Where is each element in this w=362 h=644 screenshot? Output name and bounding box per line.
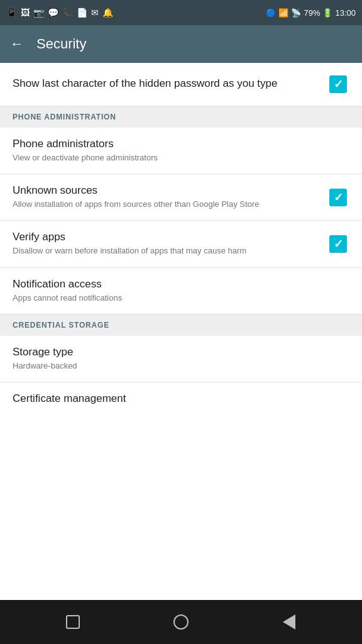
phone-administration-header: PHONE ADMINISTRATION — [0, 106, 362, 128]
unknown-sources-text: Unknown sources Allow installation of ap… — [13, 184, 327, 210]
phone-icon: 📞 — [62, 8, 73, 18]
storage-type-subtitle: Hardware-backed — [13, 360, 343, 372]
verify-apps-title: Verify apps — [13, 231, 321, 243]
app-bar: ← Security — [0, 25, 362, 63]
circle-icon — [173, 614, 189, 630]
files-icon: 📄 — [77, 8, 87, 18]
signal-icon: 📡 — [291, 8, 301, 18]
verify-apps-checkbox-container[interactable]: ✓ — [327, 233, 349, 255]
show-password-item[interactable]: Show last character of the hidden passwo… — [0, 63, 362, 106]
square-icon — [66, 615, 80, 629]
messenger-icon: 💬 — [48, 8, 58, 18]
wifi-icon: 📶 — [278, 8, 288, 18]
credential-storage-header: CREDENTIAL STORAGE — [0, 314, 362, 336]
status-icons-left: 📱 🖼 📷 💬 📞 📄 ✉ 🔔 — [6, 8, 113, 18]
whatsapp-icon: 📱 — [6, 8, 17, 18]
storage-type-title: Storage type — [13, 346, 343, 358]
certificate-management-item[interactable]: Certificate management — [0, 382, 362, 417]
check-icon: ✓ — [334, 79, 343, 90]
check-icon-3: ✓ — [334, 238, 343, 250]
unknown-sources-subtitle: Allow installation of apps from sources … — [13, 199, 321, 210]
back-button[interactable]: ← — [10, 36, 24, 52]
triangle-icon — [283, 614, 295, 630]
back-nav-button[interactable] — [277, 609, 302, 635]
status-bar: 📱 🖼 📷 💬 📞 📄 ✉ 🔔 🔵 📶 📡 79% 🔋 13:00 — [0, 0, 362, 25]
phone-administrators-text: Phone administrators View or deactivate … — [13, 138, 349, 164]
phone-administrators-title: Phone administrators — [13, 138, 343, 150]
notification-access-item[interactable]: Notification access Apps cannot read not… — [0, 268, 362, 314]
settings-content: Show last character of the hidden passwo… — [0, 63, 362, 600]
page-title: Security — [36, 36, 86, 52]
unknown-sources-checkbox[interactable]: ✓ — [329, 189, 347, 206]
show-password-text: Show last character of the hidden passwo… — [13, 77, 327, 92]
recent-apps-button[interactable] — [60, 609, 85, 635]
time-display: 13:00 — [335, 8, 356, 18]
phone-administrators-item[interactable]: Phone administrators View or deactivate … — [0, 128, 362, 174]
verify-apps-item[interactable]: Verify apps Disallow or warn before inst… — [0, 221, 362, 267]
storage-type-text: Storage type Hardware-backed — [13, 346, 349, 372]
bluetooth-icon: 🔵 — [266, 8, 276, 18]
verify-apps-checkbox[interactable]: ✓ — [329, 235, 347, 253]
phone-administrators-subtitle: View or deactivate phone administrators — [13, 152, 343, 164]
unknown-sources-item[interactable]: Unknown sources Allow installation of ap… — [0, 174, 362, 221]
certificate-management-title: Certificate management — [13, 392, 343, 405]
check-icon-2: ✓ — [334, 192, 343, 203]
battery-icon: 🔋 — [322, 8, 332, 18]
storage-type-item[interactable]: Storage type Hardware-backed — [0, 336, 362, 382]
show-password-checkbox-container[interactable]: ✓ — [327, 73, 349, 96]
gallery-icon: 🖼 — [21, 8, 30, 18]
notification-access-text: Notification access Apps cannot read not… — [13, 278, 349, 304]
battery-percent: 79% — [304, 8, 320, 18]
notification-access-title: Notification access — [13, 278, 343, 291]
status-icons-right: 🔵 📶 📡 79% 🔋 13:00 — [266, 8, 356, 18]
verify-apps-subtitle: Disallow or warn before installation of … — [13, 245, 321, 257]
notification-access-subtitle: Apps cannot read notifications — [13, 292, 343, 304]
certificate-management-text: Certificate management — [13, 392, 349, 407]
show-password-checkbox[interactable]: ✓ — [329, 75, 347, 93]
sms-icon: ✉ — [91, 8, 99, 18]
unknown-sources-title: Unknown sources — [13, 184, 321, 197]
notification-icon: 🔔 — [102, 8, 113, 18]
navigation-bar — [0, 600, 362, 644]
instagram-icon: 📷 — [33, 8, 44, 18]
unknown-sources-checkbox-container[interactable]: ✓ — [327, 186, 349, 209]
home-button[interactable] — [168, 609, 194, 635]
show-password-title: Show last character of the hidden passwo… — [13, 77, 321, 90]
verify-apps-text: Verify apps Disallow or warn before inst… — [13, 231, 327, 257]
